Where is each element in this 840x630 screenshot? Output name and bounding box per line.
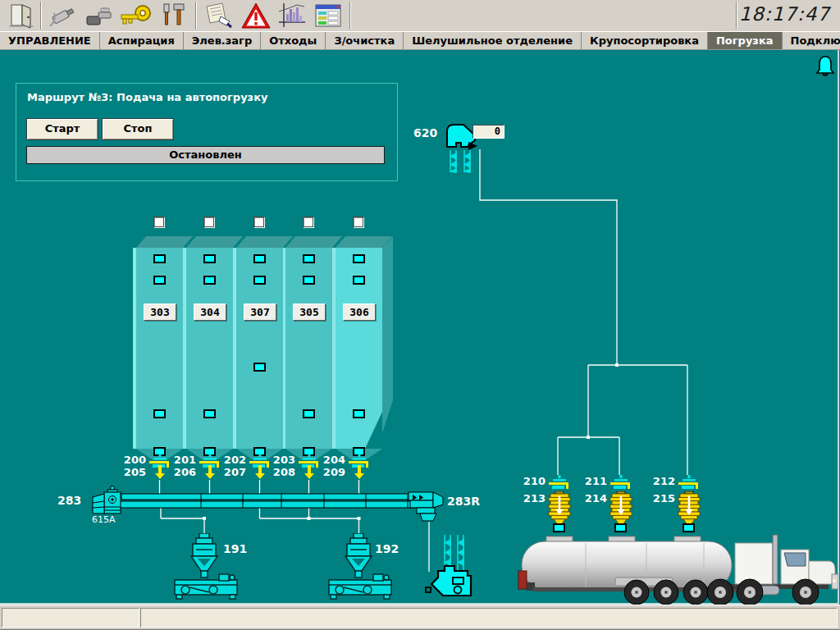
reports-icon[interactable] [310, 1, 346, 30]
silo-top-304 [186, 236, 244, 248]
silo-edge [332, 248, 336, 449]
status-field-left [2, 608, 139, 628]
gate-label-210: 210 [514, 476, 546, 487]
silo-top-303 [136, 236, 194, 248]
spout-label-215: 215 [644, 493, 675, 504]
silo-checkbox-305[interactable] [303, 217, 313, 227]
level-sensor-indicator [303, 254, 315, 263]
toolbar-separator [40, 2, 42, 30]
level-sensor-indicator [153, 276, 166, 285]
elevator-label-620: 620 [413, 127, 437, 139]
status-bar [0, 605, 840, 630]
level-sensor-indicator [353, 254, 365, 263]
slide-gate-211[interactable] [609, 475, 633, 491]
conveyor-label-283: 283 [57, 495, 81, 506]
level-sensor-indicator [253, 363, 266, 372]
silo-label-307: 307 [244, 304, 276, 321]
silo-side-306 [382, 236, 393, 462]
feeder-arrow-206[interactable] [204, 465, 216, 480]
toolbar: 18:17:47 [0, 0, 840, 32]
level-sensor-indicator [153, 254, 166, 263]
alarms-icon[interactable] [238, 1, 274, 30]
section-tabbar: УПРАВЛЕНИЕАспирацияЭлев.загрОтходыЗ/очис… [0, 32, 840, 50]
feeder-label-206: 206 [165, 467, 196, 478]
trends-icon[interactable] [274, 1, 310, 30]
toolbar-separator [195, 2, 197, 30]
route-status: Остановлен [26, 146, 385, 164]
tab-othody[interactable]: Отходы [261, 32, 326, 49]
start-button[interactable]: Старт [26, 118, 98, 140]
hatch-indicator [614, 523, 627, 532]
toolbar-separator [349, 2, 351, 30]
weigher-label-191: 191 [223, 543, 247, 555]
connector-icon[interactable] [82, 1, 118, 30]
discharge-label-283R: 283R [447, 495, 480, 507]
level-sensor-indicator [253, 276, 266, 285]
silo-checkbox-307[interactable] [253, 217, 264, 227]
loading-spout-214[interactable] [609, 491, 632, 524]
status-field-right [140, 608, 838, 628]
weigher-label-192: 192 [375, 543, 399, 555]
tab-kruposortirovka[interactable]: Крупосортировка [582, 32, 708, 49]
route-title: Маршрут №3: Подача на автопогрузку [27, 91, 267, 103]
tab-pogruzka[interactable]: Погрузка [708, 32, 783, 49]
feeder-arrow-207[interactable] [254, 465, 266, 480]
slide-gate-210[interactable] [547, 475, 572, 491]
hatch-indicator [682, 523, 695, 532]
silo-checkbox-306[interactable] [353, 217, 363, 227]
silo-label-304: 304 [194, 304, 226, 321]
service-tools-icon[interactable] [156, 1, 192, 30]
tanker-truck [517, 533, 838, 605]
silo-label-303: 303 [144, 304, 176, 321]
mimic-area: Маршрут №3: Подача на автопогрузку Старт… [0, 50, 840, 605]
hatch-indicator [553, 523, 565, 532]
silo-label-306: 306 [343, 304, 376, 321]
event-journal-icon[interactable] [200, 1, 236, 30]
level-sensor-indicator [153, 409, 166, 418]
spout-label-214: 214 [576, 493, 607, 504]
level-sensor-indicator [303, 276, 315, 285]
tab-elev-zagr[interactable]: Элев.загр [184, 32, 261, 49]
gate-label-212: 212 [644, 476, 675, 487]
exit-door-icon[interactable] [3, 1, 39, 30]
elevator-boot-620[interactable] [425, 535, 482, 600]
level-sensor-indicator [303, 409, 315, 418]
access-key-icon[interactable] [118, 1, 154, 30]
belt-conveyor-283[interactable] [82, 485, 468, 526]
silo-checkbox-303[interactable] [153, 217, 164, 227]
tab-upravlenie[interactable]: УПРАВЛЕНИЕ [0, 32, 100, 49]
gate-label-211: 211 [576, 476, 607, 487]
spout-label-213: 213 [514, 493, 546, 504]
loading-spout-213[interactable] [548, 491, 571, 524]
alarm-bell-icon[interactable] [814, 55, 837, 80]
loading-spout-215[interactable] [678, 491, 701, 524]
level-sensor-indicator [203, 276, 216, 285]
tab-z-ochistka[interactable]: З/очистка [326, 32, 404, 49]
feeder-arrow-208[interactable] [304, 465, 315, 480]
feeder-arrow-205[interactable] [154, 465, 166, 480]
feeder-label-208: 208 [264, 467, 295, 478]
tab-shelushilnoe[interactable]: Шелушильное отделение [404, 32, 582, 49]
drive-label-615A: 615A [92, 514, 116, 526]
slide-gate-212[interactable] [677, 475, 701, 491]
level-sensor-indicator [203, 409, 216, 418]
panel-edge [838, 50, 839, 605]
toolbar-separator [736, 2, 737, 30]
com-cable-icon[interactable] [44, 1, 80, 30]
silo-checkbox-304[interactable] [203, 217, 214, 227]
level-sensor-indicator [353, 276, 365, 285]
feeder-arrow-209[interactable] [354, 465, 365, 480]
level-sensor-indicator [353, 409, 365, 418]
silo-top-307 [236, 236, 294, 248]
gate-label-200: 200 [115, 454, 146, 466]
feeder-label-205: 205 [115, 467, 146, 478]
feeder-label-207: 207 [215, 467, 246, 478]
level-sensor-indicator [253, 254, 266, 263]
level-sensor-indicator [203, 254, 216, 263]
tab-podklyuchenie[interactable]: Подключение [783, 32, 840, 49]
system-clock: 18:17:47 [739, 3, 830, 25]
silo-top-305 [285, 236, 343, 248]
route-control-panel: Маршрут №3: Подача на автопогрузку Старт… [16, 83, 398, 181]
stop-button[interactable]: Стоп [102, 118, 174, 140]
tab-aspiraciya[interactable]: Аспирация [100, 32, 184, 49]
